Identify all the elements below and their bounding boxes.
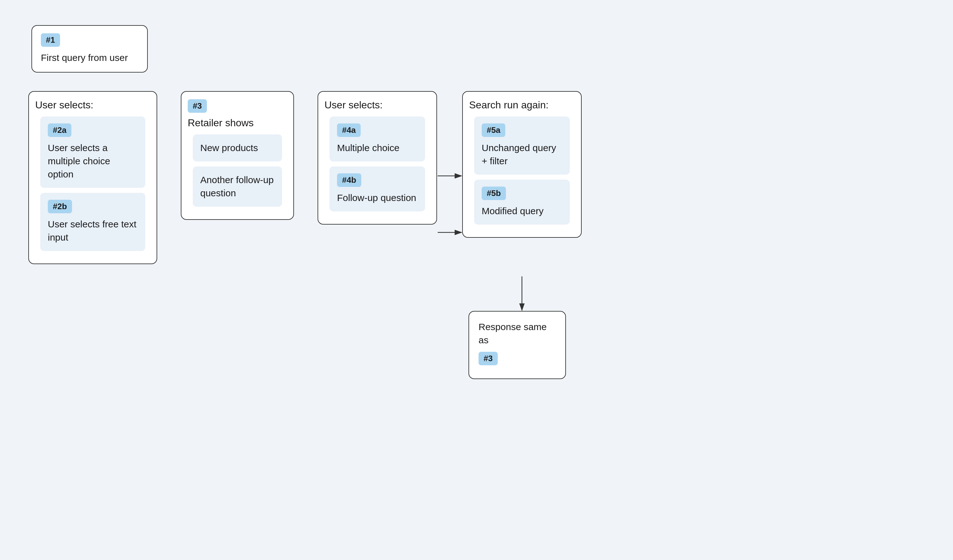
badge-response-3: #3 bbox=[478, 352, 498, 365]
node-4b-label: Follow-up question bbox=[337, 191, 418, 204]
badge-4a: #4a bbox=[337, 124, 361, 137]
node-3b: Another follow-up question bbox=[193, 167, 282, 207]
node-2a: #2a User selects a multiple choice optio… bbox=[40, 116, 145, 188]
node-2: User selects: #2a User selects a multipl… bbox=[28, 91, 157, 264]
node-4a-label: Multiple choice bbox=[337, 141, 418, 155]
node-5b: #5b Modified query bbox=[474, 179, 570, 224]
node-1-label: First query from user bbox=[41, 51, 138, 64]
node-2-title: User selects: bbox=[35, 99, 150, 111]
node-2b: #2b User selects free text input bbox=[40, 193, 145, 251]
node-5-title: Search run again: bbox=[469, 99, 575, 111]
node-3b-label: Another follow-up question bbox=[200, 173, 275, 200]
node-5a: #5a Unchanged query + filter bbox=[474, 116, 570, 175]
arrows-svg bbox=[0, 0, 953, 560]
node-5a-label: Unchanged query + filter bbox=[482, 141, 562, 168]
node-3: #3 Retailer shows New products Another f… bbox=[181, 91, 294, 220]
node-3a: New products bbox=[193, 135, 282, 161]
node-4a: #4a Multiple choice bbox=[329, 116, 425, 161]
badge-5a: #5a bbox=[482, 124, 505, 137]
badge-5b: #5b bbox=[482, 187, 506, 200]
node-4b: #4b Follow-up question bbox=[329, 167, 425, 211]
node-1: #1 First query from user bbox=[31, 25, 148, 73]
node-5b-label: Modified query bbox=[482, 204, 562, 218]
node-2b-label: User selects free text input bbox=[48, 218, 138, 244]
badge-2b: #2b bbox=[48, 200, 72, 213]
node-3a-label: New products bbox=[200, 141, 275, 155]
badge-2a: #2a bbox=[48, 124, 71, 137]
badge-3: #3 bbox=[188, 99, 207, 113]
diagram-container: #1 First query from user User selects: #… bbox=[0, 0, 953, 560]
node-2a-label: User selects a multiple choice option bbox=[48, 141, 138, 181]
node-5: Search run again: #5a Unchanged query + … bbox=[462, 91, 582, 238]
badge-4b: #4b bbox=[337, 173, 361, 187]
badge-1: #1 bbox=[41, 33, 60, 47]
node-response-label: Response same as bbox=[478, 320, 556, 347]
node-response: Response same as #3 bbox=[469, 311, 566, 379]
node-4: User selects: #4a Multiple choice #4b Fo… bbox=[318, 91, 437, 224]
node-4-title: User selects: bbox=[324, 99, 430, 111]
node-3-title: Retailer shows bbox=[188, 117, 287, 129]
